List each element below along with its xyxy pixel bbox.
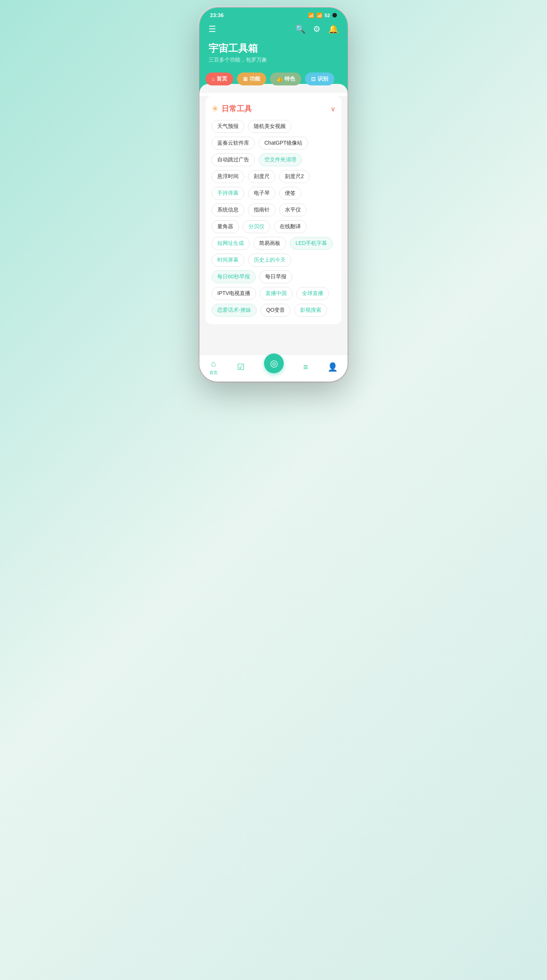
- home-tab-label: 首页: [217, 76, 227, 83]
- tags-container: 天气预报随机美女视频蓝奏云软件库ChatGPT镜像站自动跳过广告空文件夹清理悬浮…: [212, 120, 335, 317]
- tool-tag[interactable]: 分贝仪: [243, 220, 270, 233]
- nav-home[interactable]: ⌂ 首页: [209, 359, 218, 375]
- home-tab-icon: ⌂: [212, 76, 215, 82]
- bottom-nav: ⌂ 首页 ☑ ◎ ≡ 👤: [199, 355, 348, 382]
- func-tab-icon: ⊞: [243, 76, 248, 82]
- tool-tag[interactable]: 刻度尺2: [279, 170, 309, 183]
- signal-icon: 📶: [316, 13, 322, 18]
- tab-home[interactable]: ⌂ 首页: [206, 73, 233, 86]
- tool-tag[interactable]: 系统信息: [212, 204, 244, 216]
- status-time: 23:36: [210, 12, 224, 18]
- app-title: 宇宙工具箱: [209, 42, 338, 55]
- header-toolbar: ☰ 🔍 ⚙ 🔔: [209, 24, 338, 34]
- recognize-tab-icon: ⊡: [311, 76, 316, 82]
- feature-tab-label: 特色: [284, 76, 295, 83]
- tool-tag[interactable]: 在线翻译: [274, 220, 306, 233]
- tool-tag[interactable]: 全球直播: [296, 287, 329, 300]
- tool-tag[interactable]: IPTV电视直播: [212, 287, 256, 300]
- header: ☰ 🔍 ⚙ 🔔 宇宙工具箱 三百多个功能，包罗万象: [199, 21, 348, 73]
- card-title-wrap: ✳ 日常工具: [212, 103, 252, 114]
- nav-add[interactable]: ≡: [303, 362, 308, 372]
- search-icon[interactable]: 🔍: [295, 24, 305, 34]
- tool-tag[interactable]: 影视搜索: [294, 304, 327, 317]
- tool-tag[interactable]: 空文件夹清理: [259, 153, 302, 166]
- tool-tag[interactable]: LED手机字幕: [290, 237, 333, 250]
- nav-fab[interactable]: ◎: [264, 353, 284, 373]
- tool-tag[interactable]: 手持弹幕: [212, 187, 244, 200]
- nav-fab-icon: ◎: [270, 358, 278, 369]
- main-content: ✳ 日常工具 ∨ 天气预报随机美女视频蓝奏云软件库ChatGPT镜像站自动跳过广…: [199, 96, 348, 355]
- tool-tag[interactable]: ChatGPT镜像站: [259, 137, 308, 150]
- tool-tag[interactable]: 刻度尺: [248, 170, 275, 183]
- feature-tab-icon: 👍: [276, 76, 282, 82]
- wifi-icon: 📶: [308, 13, 314, 18]
- menu-icon[interactable]: ☰: [209, 24, 216, 34]
- tab-feature[interactable]: 👍 特色: [270, 73, 301, 86]
- phone-frame: 23:36 📶 📶 52 ☰ 🔍 ⚙ 🔔 宇宙工具箱 三百多个功能，包罗万象 ⌂…: [199, 8, 348, 382]
- tool-tag[interactable]: 历史上的今天: [248, 254, 291, 267]
- tool-tag[interactable]: 电子琴: [248, 187, 275, 200]
- tool-tag[interactable]: 短网址生成: [212, 237, 250, 250]
- tab-bar: ⌂ 首页 ⊞ 功能 👍 特色 ⊡ 识别: [199, 73, 348, 93]
- tool-tag[interactable]: 恋爱话术-撩妹: [212, 304, 257, 317]
- settings-icon[interactable]: ⚙: [313, 24, 321, 34]
- tool-tag[interactable]: 指南针: [248, 204, 275, 216]
- notification-icon[interactable]: 🔔: [328, 24, 338, 34]
- camera-notch: [332, 13, 337, 18]
- status-bar: 23:36 📶 📶 52: [199, 8, 348, 21]
- func-tab-label: 功能: [250, 76, 260, 83]
- battery-level: 52: [325, 13, 330, 18]
- tool-tag[interactable]: QO变音: [261, 304, 291, 317]
- nav-profile-icon: 👤: [327, 362, 338, 372]
- nav-bookmark[interactable]: ☑: [237, 362, 245, 372]
- status-icons: 📶 📶 52: [308, 13, 337, 18]
- tool-tag[interactable]: 随机美女视频: [248, 120, 291, 133]
- tool-tag[interactable]: 每日早报: [260, 270, 292, 283]
- nav-add-icon: ≡: [303, 362, 308, 372]
- nav-home-icon: ⌂: [211, 359, 216, 369]
- tool-tag[interactable]: 简易画板: [254, 237, 286, 250]
- tool-tag[interactable]: 便签: [279, 187, 301, 200]
- card-title: 日常工具: [222, 103, 252, 114]
- tool-tag[interactable]: 悬浮时间: [212, 170, 244, 183]
- app-subtitle: 三百多个功能，包罗万象: [209, 57, 338, 64]
- header-action-icons: 🔍 ⚙ 🔔: [295, 24, 338, 34]
- tool-tag[interactable]: 蓝奏云软件库: [212, 137, 255, 150]
- nav-profile[interactable]: 👤: [327, 362, 338, 372]
- nav-home-label: 首页: [209, 370, 218, 375]
- nav-bookmark-icon: ☑: [237, 362, 245, 372]
- tool-card: ✳ 日常工具 ∨ 天气预报随机美女视频蓝奏云软件库ChatGPT镜像站自动跳过广…: [206, 96, 341, 324]
- tool-tag[interactable]: 自动跳过广告: [212, 153, 255, 166]
- tool-tag[interactable]: 量角器: [212, 220, 239, 233]
- tab-recognize[interactable]: ⊡ 识别: [305, 73, 334, 86]
- tool-tag[interactable]: 时间屏幕: [212, 254, 244, 267]
- tool-tag[interactable]: 水平仪: [279, 204, 306, 216]
- sun-icon: ✳: [212, 104, 218, 114]
- chevron-down-icon[interactable]: ∨: [330, 105, 335, 113]
- recognize-tab-label: 识别: [317, 76, 328, 83]
- card-header: ✳ 日常工具 ∨: [212, 103, 335, 114]
- tab-func[interactable]: ⊞ 功能: [237, 73, 266, 86]
- tool-tag[interactable]: 每日60秒早报: [212, 270, 256, 283]
- tool-tag[interactable]: 天气预报: [212, 120, 244, 133]
- tool-tag[interactable]: 直播中国: [260, 287, 292, 300]
